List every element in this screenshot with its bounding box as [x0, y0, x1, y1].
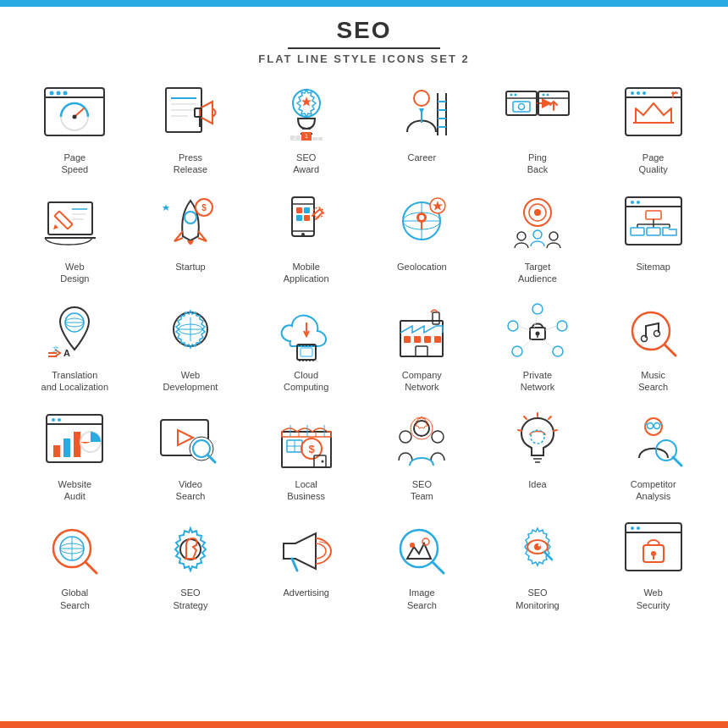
icon-press-release: PressRelease: [133, 74, 249, 183]
icon-advertising: Advertising: [248, 509, 364, 618]
icon-cloud-computing: CloudComputing: [248, 291, 364, 400]
svg-point-130: [557, 321, 567, 331]
svg-point-41: [542, 94, 544, 97]
svg-line-199: [292, 559, 297, 571]
svg-line-178: [554, 430, 557, 431]
svg-rect-106: [301, 348, 312, 356]
svg-rect-65: [296, 207, 302, 213]
svg-text:$: $: [201, 203, 207, 212]
icon-private-network: PrivateNetwork: [480, 291, 596, 400]
icon-seo-strategy: SEOStrategy: [133, 509, 249, 618]
icon-local-business: $ LocalBusiness: [248, 400, 364, 510]
svg-line-135: [545, 326, 557, 330]
svg-line-203: [433, 562, 444, 573]
icon-video-search: VideoSearch: [133, 400, 249, 510]
svg-point-201: [410, 543, 415, 548]
icon-website-audit: WebsiteAudit: [17, 400, 133, 510]
icon-competitor-analysis: CompetitorAnalysis: [595, 400, 711, 510]
icon-startup: $ Startup: [133, 183, 249, 292]
icon-sitemap: Sitemap: [595, 183, 711, 292]
svg-rect-61: [292, 197, 314, 236]
icon-geolocation: Geolocation: [364, 183, 480, 292]
svg-rect-52: [48, 202, 92, 234]
svg-point-128: [532, 304, 543, 314]
svg-point-45: [631, 91, 634, 95]
svg-point-36: [514, 94, 516, 97]
svg-line-177: [549, 416, 551, 419]
svg-text:$: $: [308, 443, 315, 455]
icon-mobile-application: MobileApplication: [248, 183, 364, 292]
svg-rect-95: [647, 228, 660, 235]
svg-text:3: 3: [316, 136, 319, 142]
svg-rect-0: [45, 88, 104, 135]
svg-rect-124: [433, 312, 439, 324]
svg-text:2: 2: [294, 135, 297, 141]
svg-rect-68: [304, 215, 310, 221]
svg-line-180: [518, 430, 521, 431]
svg-rect-121: [424, 336, 431, 343]
svg-line-133: [534, 314, 538, 328]
svg-rect-147: [63, 438, 70, 457]
svg-point-184: [654, 422, 659, 428]
svg-rect-122: [434, 336, 441, 343]
svg-line-179: [524, 416, 527, 419]
svg-point-86: [631, 201, 634, 204]
svg-point-81: [517, 232, 526, 240]
icon-global-search: GlobalSearch: [17, 509, 133, 618]
icon-page-speed: PageSpeed: [17, 74, 133, 183]
icon-ping-back: PingBack: [480, 74, 596, 183]
icon-company-network: CompanyNetwork: [364, 291, 480, 400]
svg-rect-119: [404, 336, 411, 343]
svg-point-210: [631, 527, 634, 530]
svg-point-7: [73, 115, 77, 119]
svg-line-139: [665, 345, 676, 356]
svg-rect-208: [626, 523, 681, 571]
svg-text:文: 文: [52, 345, 59, 353]
svg-line-189: [673, 457, 681, 466]
svg-rect-146: [53, 445, 60, 457]
svg-point-171: [432, 431, 444, 443]
svg-point-47: [643, 91, 646, 95]
icon-seo-monitoring: SEOMonitoring: [480, 509, 596, 618]
svg-line-137: [543, 339, 553, 348]
svg-point-140: [641, 336, 647, 342]
icon-web-design: WebDesign: [17, 183, 133, 292]
svg-line-191: [85, 562, 97, 573]
svg-point-170: [400, 431, 411, 443]
svg-point-42: [546, 94, 549, 97]
svg-rect-123: [416, 346, 427, 356]
svg-point-213: [651, 551, 656, 556]
svg-point-58: [185, 212, 196, 223]
svg-marker-18: [301, 97, 312, 107]
svg-rect-66: [304, 207, 310, 213]
svg-point-80: [534, 209, 541, 216]
svg-point-211: [637, 527, 640, 530]
svg-rect-120: [414, 336, 421, 343]
svg-point-35: [510, 94, 512, 97]
svg-point-202: [422, 538, 429, 545]
sub-title: FLAT LINE STYLE ICONS SET 2: [0, 52, 728, 65]
icon-target-audience: TargetAudience: [480, 183, 596, 292]
icons-grid: PageSpeed PressRelease: [0, 74, 728, 618]
svg-rect-54: [55, 211, 73, 229]
svg-point-46: [637, 91, 640, 95]
svg-point-38: [518, 104, 524, 110]
icon-music-search: MusicSearch: [595, 291, 711, 400]
bottom-bar: [0, 721, 728, 728]
svg-line-136: [522, 339, 532, 348]
svg-point-3: [57, 91, 61, 96]
svg-text:1: 1: [305, 133, 308, 139]
svg-point-2: [50, 91, 54, 96]
icon-seo-award: 2 1 3 SEOAward: [248, 74, 364, 183]
svg-rect-148: [74, 432, 80, 457]
svg-point-168: [321, 460, 323, 462]
svg-point-126: [535, 332, 539, 336]
svg-point-25: [414, 91, 429, 106]
svg-point-82: [533, 230, 542, 239]
svg-point-141: [654, 331, 659, 337]
svg-line-207: [544, 552, 552, 560]
icon-idea: Idea: [480, 400, 596, 510]
svg-rect-88: [646, 211, 661, 219]
svg-point-64: [301, 233, 305, 236]
icon-web-security: WebSecurity: [595, 509, 711, 618]
